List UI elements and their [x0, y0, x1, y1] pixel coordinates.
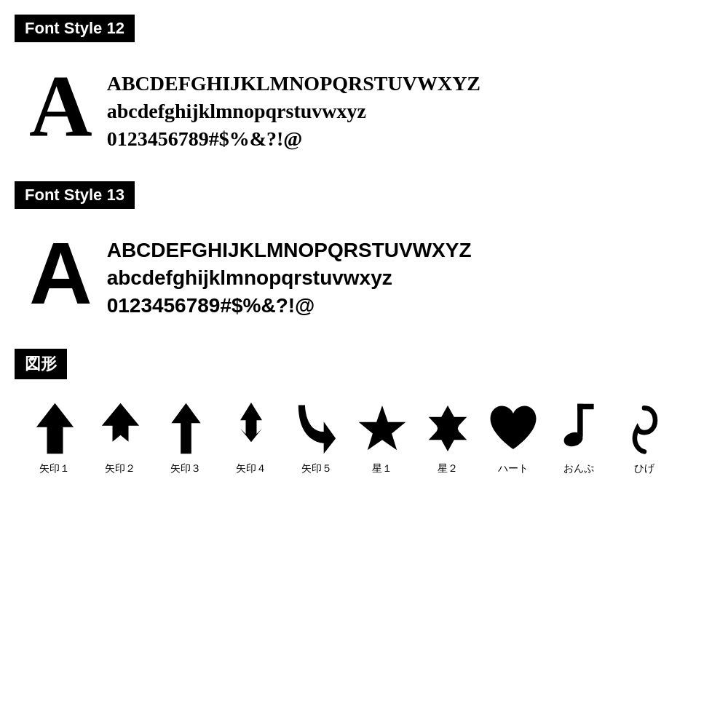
yajirushi1-label: 矢印１: [39, 462, 70, 475]
font-style-12-chars: ABCDEFGHIJKLMNOPQRSTUVWXYZ abcdefghijklm…: [107, 63, 480, 152]
font-style-12-demo: A ABCDEFGHIJKLMNOPQRSTUVWXYZ abcdefghijk…: [15, 55, 713, 159]
font-style-13-chars: ABCDEFGHIJKLMNOPQRSTUVWXYZ abcdefghijklm…: [107, 229, 472, 319]
hoshi2-icon: [422, 400, 473, 458]
yajirushi3-label: 矢印３: [170, 462, 201, 475]
svg-marker-3: [240, 403, 262, 442]
yajirushi5-icon: [291, 400, 342, 458]
svg-marker-2: [171, 403, 200, 454]
shapes-grid: 矢印１ 矢印２ 矢印３: [15, 392, 713, 475]
font-style-13-demo: A ABCDEFGHIJKLMNOPQRSTUVWXYZ abcdefghijk…: [15, 222, 713, 326]
font-style-12-line3: 0123456789#$%&?!@: [107, 125, 480, 153]
font-style-12-section: Font Style 12 A ABCDEFGHIJKLMNOPQRSTUVWX…: [15, 15, 713, 159]
shape-heart: ハート: [480, 400, 546, 475]
font-style-12-big-letter: A: [29, 63, 92, 150]
font-style-12-line1: ABCDEFGHIJKLMNOPQRSTUVWXYZ: [107, 70, 480, 98]
yajirushi2-label: 矢印２: [105, 462, 135, 475]
heart-icon: [488, 400, 539, 458]
font-style-13-line2: abcdefghijklmnopqrstuvwxyz: [107, 264, 472, 292]
font-style-12-line2: abcdefghijklmnopqrstuvwxyz: [107, 98, 480, 125]
font-style-13-line1: ABCDEFGHIJKLMNOPQRSTUVWXYZ: [107, 237, 472, 264]
font-style-13-header: Font Style 13: [15, 181, 135, 209]
font-style-12-header: Font Style 12: [15, 15, 135, 42]
onpu-label: おんぷ: [563, 462, 594, 475]
yajirushi5-label: 矢印５: [301, 462, 332, 475]
yajirushi4-label: 矢印４: [236, 462, 266, 475]
hoshi1-icon: [357, 400, 408, 458]
shape-hoshi2: 星２: [415, 400, 480, 475]
yajirushi3-icon: [160, 400, 211, 458]
yajirushi2-icon: [95, 400, 146, 458]
yajirushi4-icon: [226, 400, 277, 458]
shape-yajirushi5: 矢印５: [284, 400, 349, 475]
shape-hoshi1: 星１: [349, 400, 415, 475]
heart-label: ハート: [498, 462, 529, 475]
svg-marker-0: [36, 403, 73, 454]
hige-icon: [619, 400, 670, 458]
svg-marker-1: [101, 403, 138, 442]
font-style-13-line3: 0123456789#$%&?!@: [107, 292, 472, 320]
shapes-header: 図形: [15, 349, 67, 379]
shape-yajirushi3: 矢印３: [153, 400, 218, 475]
shape-yajirushi4: 矢印４: [218, 400, 284, 475]
shape-hige: ひげ: [612, 400, 677, 475]
shapes-section: 図形 矢印１ 矢印２: [15, 349, 713, 475]
shape-yajirushi2: 矢印２: [87, 400, 153, 475]
svg-rect-8: [577, 404, 594, 410]
svg-marker-4: [359, 405, 406, 450]
yajirushi1-icon: [29, 400, 80, 458]
shape-onpu: おんぷ: [546, 400, 612, 475]
hoshi1-label: 星１: [372, 462, 392, 475]
font-style-13-big-letter: A: [29, 229, 92, 317]
shape-yajirushi1: 矢印１: [22, 400, 87, 475]
font-style-13-section: Font Style 13 A ABCDEFGHIJKLMNOPQRSTUVWX…: [15, 181, 713, 326]
hige-label: ひげ: [634, 462, 654, 475]
onpu-icon: [553, 400, 604, 458]
hoshi2-label: 星２: [438, 462, 458, 475]
